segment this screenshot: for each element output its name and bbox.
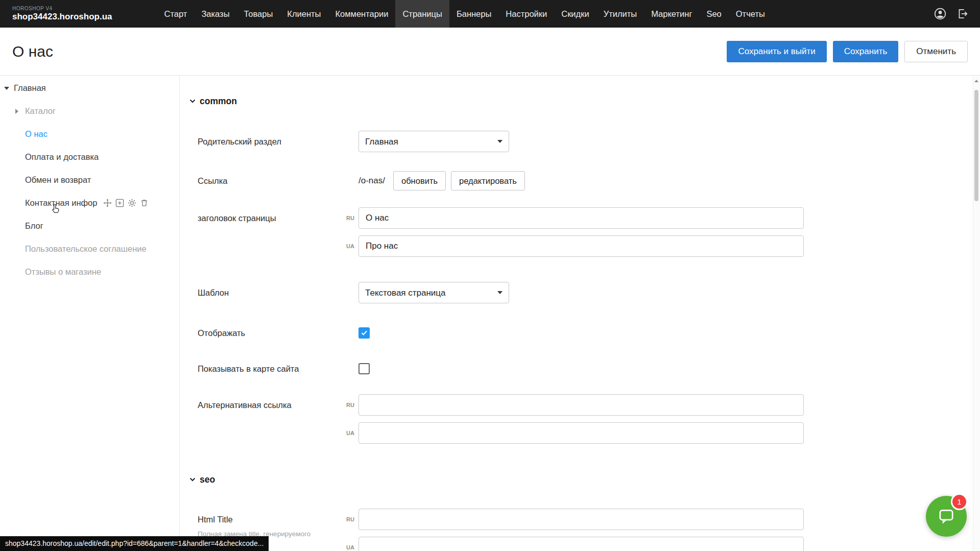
lang-ua-label: UA — [346, 544, 358, 550]
sidebar-item-katalog[interactable]: Каталог — [0, 100, 179, 123]
html-title-label-block: Html Title Полная замена title, генериру… — [198, 509, 346, 539]
scrollbar-thumb[interactable] — [974, 90, 978, 201]
lang-ru-label: RU — [346, 402, 358, 408]
nav-pages[interactable]: Страницы — [395, 0, 449, 28]
parent-section-row: Родительский раздел Главная — [198, 131, 980, 152]
html-title-ru-input[interactable] — [358, 509, 804, 530]
link-row: Ссылка /o-nas/ обновить редактировать — [198, 171, 980, 190]
sidebar-item-kontaktnaya-infor[interactable]: Контактная инфор — [0, 191, 179, 214]
parent-section-select[interactable]: Главная — [358, 131, 509, 152]
html-title-row: Html Title Полная замена title, генериру… — [198, 509, 980, 551]
alt-link-ua-input[interactable] — [358, 422, 804, 444]
nav-products[interactable]: Товары — [237, 0, 280, 28]
page-title-ru-input[interactable] — [358, 207, 804, 229]
template-select[interactable]: Текстовая страница — [358, 282, 509, 303]
sidebar-item-blog[interactable]: Блог — [0, 214, 179, 237]
page-title-ua-input[interactable] — [358, 235, 804, 257]
template-label: Шаблон — [198, 288, 358, 298]
sidebar-item-label: Контактная инфор — [25, 198, 97, 208]
save-button[interactable]: Сохранить — [833, 41, 898, 62]
alt-link-row: Альтернативная ссылка RU UA — [198, 394, 980, 444]
check-icon — [361, 330, 368, 336]
page-title-inputs: RU UA — [346, 207, 804, 257]
display-label: Отображать — [198, 328, 358, 338]
sidebar-item-obmen-i-vozvrat[interactable]: Обмен и возврат — [0, 169, 179, 191]
nav-seo[interactable]: Seo — [699, 0, 728, 28]
logout-icon[interactable] — [957, 8, 969, 20]
link-controls: /o-nas/ обновить редактировать — [358, 171, 525, 190]
sidebar-item-label: Главная — [14, 83, 46, 93]
section-seo[interactable]: seo — [189, 474, 980, 485]
sidebar-item-label: Отзывы о магазине — [25, 267, 101, 277]
sitemap-checkbox[interactable] — [358, 363, 370, 374]
scrollbar[interactable] — [973, 76, 980, 551]
chat-icon — [937, 507, 956, 526]
link-preview-statusbar: shop34423.horoshop.ua/edit/edit.php?id=6… — [0, 536, 269, 551]
chat-unread-badge: 1 — [951, 493, 968, 510]
nav-clients[interactable]: Клиенты — [280, 0, 328, 28]
header-buttons: Сохранить и выйти Сохранить Отменить — [727, 41, 968, 62]
cancel-button[interactable]: Отменить — [904, 41, 968, 62]
pages-tree-sidebar: Главная Каталог О нас Оплата и доставка … — [0, 76, 180, 551]
lang-ru-label: RU — [346, 215, 358, 221]
nav-utilities[interactable]: Утилиты — [596, 0, 644, 28]
content-area: Главная Каталог О нас Оплата и доставка … — [0, 76, 980, 551]
brand-version: HOROSHOP V4 — [12, 6, 112, 11]
sidebar-item-label: Пользовательское соглашение — [25, 244, 147, 254]
save-and-exit-button[interactable]: Сохранить и выйти — [727, 41, 826, 62]
scroll-up-arrow[interactable] — [974, 80, 978, 82]
page-header: О нас Сохранить и выйти Сохранить Отмени… — [0, 28, 980, 76]
nav-reports[interactable]: Отчеты — [729, 0, 772, 28]
html-title-ua-input[interactable] — [358, 537, 804, 551]
alt-link-label: Альтернативная ссылка — [198, 394, 346, 416]
edit-link-button[interactable]: редактировать — [451, 171, 525, 190]
brand-logo[interactable]: HOROSHOP V4 shop34423.horoshop.ua — [12, 6, 112, 22]
link-label: Ссылка — [198, 176, 358, 186]
nav-marketing[interactable]: Маркетинг — [644, 0, 699, 28]
nav-orders[interactable]: Заказы — [194, 0, 236, 28]
delete-icon[interactable] — [140, 199, 149, 207]
html-title-label: Html Title — [198, 509, 346, 530]
sidebar-item-polzovatelskoe-soglashenie[interactable]: Пользовательское соглашение — [0, 237, 179, 260]
sidebar-item-label: Каталог — [25, 106, 56, 116]
caret-down-icon[interactable] — [4, 87, 9, 90]
settings-icon[interactable] — [128, 199, 136, 207]
sidebar-item-otzyvy-o-magazine[interactable]: Отзывы о магазине — [0, 260, 179, 283]
template-select-input[interactable]: Текстовая страница — [358, 282, 509, 303]
sidebar-item-label: О нас — [25, 129, 47, 139]
refresh-link-button[interactable]: обновить — [393, 171, 446, 190]
sidebar-item-label: Блог — [25, 221, 43, 231]
sidebar-item-label: Обмен и возврат — [25, 175, 91, 185]
nav-banners[interactable]: Баннеры — [449, 0, 498, 28]
display-row: Отображать — [198, 327, 980, 339]
nav-discounts[interactable]: Скидки — [554, 0, 596, 28]
sidebar-item-o-nas[interactable]: О нас — [0, 123, 179, 146]
nav-settings[interactable]: Настройки — [498, 0, 554, 28]
page-edit-form: common Родительский раздел Главная Ссылк… — [180, 76, 980, 551]
section-seo-label: seo — [200, 474, 215, 485]
section-common[interactable]: common — [189, 96, 980, 106]
user-icon[interactable] — [934, 8, 946, 20]
page-title-label: заголовок страницы — [198, 207, 346, 229]
tree-item-actions — [103, 199, 149, 207]
sitemap-row: Показывать в карте сайта — [198, 363, 980, 374]
parent-section-select-input[interactable]: Главная — [358, 131, 509, 152]
alt-link-inputs: RU UA — [346, 394, 804, 444]
sidebar-item-label: Оплата и доставка — [25, 152, 99, 162]
display-checkbox[interactable] — [358, 327, 370, 339]
top-nav: Старт Заказы Товары Клиенты Комментарии … — [157, 0, 772, 28]
move-icon[interactable] — [103, 199, 112, 207]
parent-section-label: Родительский раздел — [198, 137, 358, 147]
caret-right-icon[interactable] — [15, 109, 18, 114]
topbar-icons — [934, 8, 969, 20]
nav-start[interactable]: Старт — [157, 0, 195, 28]
add-icon[interactable] — [115, 199, 124, 207]
lang-ru-label: RU — [346, 516, 358, 522]
app-window: HOROSHOP V4 shop34423.horoshop.ua Старт … — [0, 0, 980, 551]
sidebar-item-glavnaya[interactable]: Главная — [0, 77, 179, 100]
alt-link-ru-input[interactable] — [358, 394, 804, 416]
nav-comments[interactable]: Комментарии — [328, 0, 395, 28]
link-path: /o-nas/ — [358, 176, 385, 186]
sidebar-item-oplata-i-dostavka[interactable]: Оплата и доставка — [0, 146, 179, 169]
chat-button[interactable]: 1 — [926, 496, 967, 537]
